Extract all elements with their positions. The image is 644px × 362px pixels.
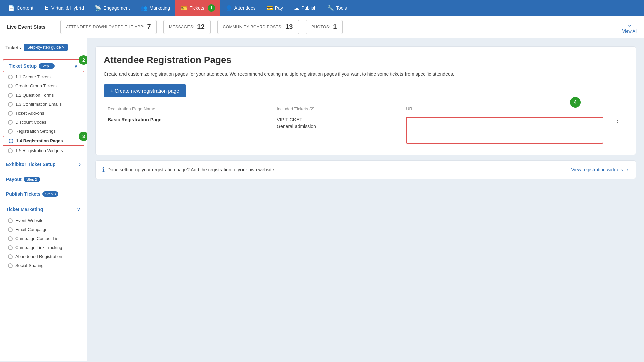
stats-title: Live Event Stats bbox=[7, 24, 54, 30]
col-actions bbox=[607, 104, 628, 114]
radio-event-website bbox=[8, 218, 13, 223]
ticket-marketing-header[interactable]: Ticket Marketing ∨ bbox=[0, 203, 87, 216]
publish-tickets-step-badge: Step 3 bbox=[42, 191, 58, 197]
content-area: Attendee Registration Pages Create and c… bbox=[87, 38, 644, 361]
page-title: Attendee Registration Pages bbox=[104, 55, 628, 65]
virtual-icon: 🖥 bbox=[44, 5, 49, 11]
radio-registration-widgets bbox=[8, 148, 13, 153]
badge-2: 2 bbox=[79, 55, 87, 65]
sidebar-item-create-tickets[interactable]: 1.1 Create Tickets bbox=[0, 72, 87, 81]
view-all-button[interactable]: ⌄ View All bbox=[622, 20, 637, 34]
stat-messages: MESSAGES: 12 bbox=[163, 20, 210, 34]
stat-posts-value: 13 bbox=[285, 23, 293, 31]
main-layout: Tickets Step-by-step guide > Ticket Setu… bbox=[0, 38, 644, 361]
radio-question-forms bbox=[8, 93, 13, 98]
radio-campaign-link-tracking bbox=[8, 245, 13, 250]
payout-header[interactable]: Payout Step 2 bbox=[0, 173, 87, 185]
sidebar-item-registration-widgets[interactable]: 1.5 Registration Widgets bbox=[0, 146, 87, 155]
stat-photos-value: 1 bbox=[333, 23, 337, 31]
radio-campaign-contact-list bbox=[8, 236, 13, 241]
radio-confirmation-emails bbox=[8, 102, 13, 107]
nav-tools[interactable]: 🔧 Tools bbox=[322, 0, 353, 16]
engagement-icon: 📡 bbox=[95, 5, 101, 11]
sidebar-item-campaign-contact-list[interactable]: Campaign Contact List bbox=[0, 234, 87, 243]
sidebar-item-reg-pages-wrapper: 1.4 Registration Pages 3 bbox=[0, 136, 87, 146]
page-description: Create and customize registration pages … bbox=[104, 71, 628, 78]
badge-3: 3 bbox=[79, 132, 87, 141]
pay-icon: 💳 bbox=[266, 5, 273, 11]
step-guide-button[interactable]: Step-by-step guide > bbox=[24, 44, 68, 51]
nav-marketing[interactable]: 👥 Marketing bbox=[135, 0, 175, 16]
col-url: URL 4 bbox=[402, 104, 607, 114]
info-icon: ℹ bbox=[102, 166, 105, 173]
sidebar-item-discount-codes[interactable]: Discount Codes bbox=[0, 118, 87, 127]
sidebar-item-ticket-addons[interactable]: Ticket Add-ons bbox=[0, 109, 87, 118]
sidebar-item-registration-pages[interactable]: 1.4 Registration Pages bbox=[3, 136, 84, 146]
publish-icon: ☁ bbox=[294, 5, 299, 11]
view-registration-widgets-link[interactable]: View registration widgets → bbox=[571, 167, 629, 172]
sidebar-item-event-website[interactable]: Event Website bbox=[0, 216, 87, 225]
sidebar-tickets-label: Tickets bbox=[5, 45, 21, 50]
hint-bar: ℹ Done setting up your registration page… bbox=[95, 160, 636, 179]
stat-app-downloads-value: 7 bbox=[147, 23, 151, 31]
radio-email-campaign bbox=[8, 227, 13, 232]
ticket-setup-step-badge: Step 1 bbox=[39, 63, 55, 69]
nav-virtual-hybrid[interactable]: 🖥 Virtual & Hybrid bbox=[39, 0, 89, 16]
sidebar-section-exhibitor: Exhibitor Ticket Setup › bbox=[0, 157, 87, 172]
radio-abandoned-registration bbox=[8, 254, 13, 259]
sidebar-item-registration-settings[interactable]: Registration Settings bbox=[0, 127, 87, 136]
top-navigation: 📄 Content 🖥 Virtual & Hybrid 📡 Engagemen… bbox=[0, 0, 644, 16]
radio-registration-settings bbox=[8, 129, 13, 134]
stat-app-downloads: ATTENDEES DOWNLOADED THE APP: 7 bbox=[60, 20, 157, 34]
table-row: Basic Registration Page VIP TICKET Gener… bbox=[104, 114, 628, 147]
attendees-icon: 👤 bbox=[226, 5, 232, 11]
registration-pages-table: Registration Page Name Included Tickets … bbox=[104, 104, 628, 146]
ticket-setup-chevron: ∨ bbox=[74, 63, 78, 69]
stat-photos: PHOTOS: 1 bbox=[306, 20, 343, 34]
ticket-vip: VIP TICKET bbox=[277, 117, 398, 122]
row-more-button[interactable]: ⋮ bbox=[611, 117, 624, 128]
badge-1: 1 bbox=[208, 4, 215, 12]
sidebar-item-social-sharing[interactable]: Social Sharing bbox=[0, 261, 87, 270]
tickets-icon: 🎫 bbox=[181, 5, 187, 11]
stat-community-posts: COMMUNITY BOARD POSTS: 13 bbox=[217, 20, 299, 34]
exhibitor-setup-header[interactable]: Exhibitor Ticket Setup › bbox=[0, 158, 87, 171]
sidebar: Tickets Step-by-step guide > Ticket Setu… bbox=[0, 38, 87, 361]
nav-pay[interactable]: 💳 Pay bbox=[261, 0, 288, 16]
nav-engagement[interactable]: 📡 Engagement bbox=[89, 0, 135, 16]
sidebar-section-ticket-marketing: Ticket Marketing ∨ Event Website Email C… bbox=[0, 201, 87, 272]
sidebar-section-ticket-setup: Ticket Setup Step 1 ∨ 2 1.1 Create Ticke… bbox=[0, 58, 87, 157]
radio-create-tickets bbox=[8, 75, 13, 79]
radio-discount-codes bbox=[8, 120, 13, 125]
col-included-tickets: Included Tickets (2) bbox=[273, 104, 402, 114]
reg-page-name: Basic Registration Page bbox=[108, 117, 161, 122]
nav-publish[interactable]: ☁ Publish bbox=[288, 0, 322, 16]
ticket-marketing-chevron: ∨ bbox=[77, 206, 81, 213]
radio-registration-pages bbox=[9, 139, 13, 143]
radio-social-sharing bbox=[8, 263, 13, 268]
sidebar-item-question-forms[interactable]: 1.2 Question Forms bbox=[0, 90, 87, 100]
sidebar-section-publish-tickets: Publish Tickets Step 3 bbox=[0, 187, 87, 201]
create-registration-page-button[interactable]: + Create new registration page bbox=[104, 84, 186, 97]
url-cell bbox=[406, 117, 603, 144]
chevron-down-icon: ⌄ bbox=[627, 20, 633, 28]
ticket-setup-header[interactable]: Ticket Setup Step 1 ∨ 2 bbox=[3, 59, 84, 72]
sidebar-item-create-group-tickets[interactable]: Create Group Tickets bbox=[0, 81, 87, 90]
sidebar-item-campaign-link-tracking[interactable]: Campaign Link Tracking bbox=[0, 243, 87, 252]
tools-icon: 🔧 bbox=[327, 5, 334, 11]
content-icon: 📄 bbox=[8, 5, 15, 11]
col-reg-page-name: Registration Page Name bbox=[104, 104, 273, 114]
sidebar-item-email-campaign[interactable]: Email Campaign bbox=[0, 225, 87, 234]
radio-group-tickets bbox=[8, 84, 13, 88]
sidebar-item-abandoned-registration[interactable]: Abandoned Registration bbox=[0, 252, 87, 261]
exhibitor-chevron-right: › bbox=[79, 161, 81, 167]
nav-tickets[interactable]: 🎫 Tickets 1 bbox=[175, 0, 220, 16]
hint-text-area: ℹ Done setting up your registration page… bbox=[102, 166, 275, 173]
publish-tickets-header[interactable]: Publish Tickets Step 3 bbox=[0, 188, 87, 200]
sidebar-header: Tickets Step-by-step guide > bbox=[0, 44, 87, 55]
stat-messages-value: 12 bbox=[197, 23, 205, 31]
nav-attendees[interactable]: 👤 Attendees bbox=[220, 0, 261, 16]
nav-content[interactable]: 📄 Content bbox=[3, 0, 39, 16]
sidebar-item-confirmation-emails[interactable]: 1.3 Confirmation Emails bbox=[0, 100, 87, 109]
ticket-setup-title: Ticket Setup bbox=[9, 63, 37, 69]
